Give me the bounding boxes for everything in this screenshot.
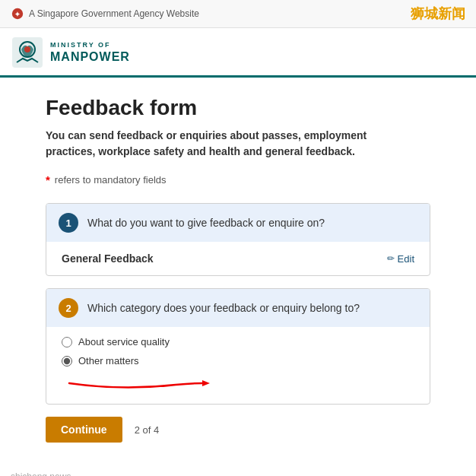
gov-banner-text: A Singapore Government Agency Website (29, 8, 199, 19)
mom-logo-icon (11, 36, 44, 69)
step1-header: 1 What do you want to give feedback or e… (46, 204, 430, 242)
radio-service-quality[interactable] (62, 337, 72, 347)
radio-option-service-quality[interactable]: About service quality (62, 336, 414, 347)
bottom-watermark-text: shicheng.news (11, 471, 71, 476)
logo-manpower: MANPOWER (50, 49, 130, 64)
page-title: Feedback form (46, 96, 430, 120)
edit-link[interactable]: ✏ Edit (387, 253, 414, 265)
step1-question: What do you want to give feedback or enq… (87, 217, 325, 229)
main-content: Feedback form You can send feedback or e… (0, 78, 476, 465)
step1-card: 1 What do you want to give feedback or e… (46, 203, 430, 276)
mandatory-note-text: refers to mandatory fields (55, 174, 167, 186)
mandatory-star: * (46, 173, 50, 186)
step1-body: General Feedback ✏ Edit (46, 242, 430, 275)
logo-text: MINISTRY OF MANPOWER (50, 41, 130, 64)
step2-question: Which category does your feedback or enq… (87, 302, 360, 314)
gov-banner: ✦ A Singapore Government Agency Website … (0, 0, 476, 28)
svg-marker-5 (202, 380, 210, 386)
svg-text:✦: ✦ (14, 11, 21, 18)
lion-icon: ✦ (11, 7, 24, 21)
logo-ministry: MINISTRY OF (50, 41, 130, 49)
radio-label-service-quality: About service quality (78, 336, 170, 347)
watermark-text: 狮城新闻 (411, 5, 465, 23)
radio-option-other-matters[interactable]: Other matters (62, 355, 414, 367)
step-indicator: 2 of 4 (135, 424, 160, 436)
svg-point-4 (24, 46, 30, 52)
continue-area: Continue 2 of 4 (46, 417, 430, 450)
step2-radio-group: About service quality Other matters (46, 327, 430, 376)
step1-value: General Feedback (62, 252, 154, 265)
edit-icon: ✏ (387, 253, 395, 264)
bottom-watermark: shicheng.news (0, 465, 476, 476)
continue-button[interactable]: Continue (46, 417, 122, 443)
page-description: You can send feedback or enquiries about… (46, 128, 411, 160)
step2-card: 2 Which category does your feedback or e… (46, 288, 430, 405)
step1-number: 1 (59, 213, 78, 233)
gov-banner-left: ✦ A Singapore Government Agency Website (11, 7, 199, 21)
mandatory-note: * refers to mandatory fields (46, 173, 430, 186)
radio-label-other-matters: Other matters (78, 355, 138, 367)
edit-label: Edit (398, 253, 414, 265)
red-arrow-annotation (62, 376, 214, 392)
step2-number: 2 (59, 298, 78, 318)
radio-other-matters[interactable] (62, 356, 72, 367)
logo: MINISTRY OF MANPOWER (11, 36, 130, 69)
step2-header: 2 Which category does your feedback or e… (46, 289, 430, 327)
site-header: MINISTRY OF MANPOWER (0, 28, 476, 78)
